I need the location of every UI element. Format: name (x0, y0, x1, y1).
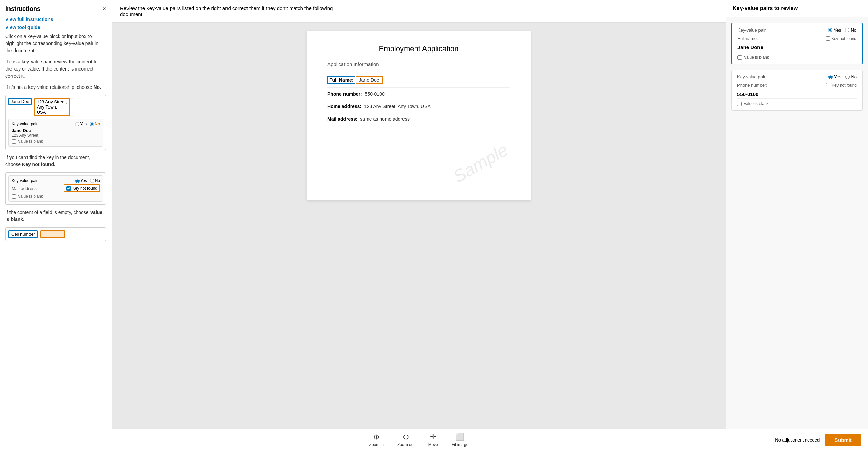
kv-card-1-no-label[interactable]: No (845, 27, 856, 33)
kv-card-2-yes-text: Yes (834, 74, 841, 79)
kv-card-2-yes-radio[interactable] (828, 75, 833, 79)
kv-card-2-not-found-check[interactable] (826, 83, 830, 87)
kv-card-1-blank-label: Value is blank (744, 55, 769, 60)
kv-card-1-not-found-label: Key not found (831, 36, 856, 41)
fit-image-button[interactable]: ⬜ Fit image (452, 433, 468, 447)
kv-card-2-value: 550-0100 (737, 90, 857, 99)
kv-card-1-no-radio[interactable] (845, 28, 849, 32)
ex2-no-label[interactable]: No (90, 178, 100, 183)
kv-card-1: Key-value pair Yes No Full name: Key not… (731, 23, 863, 64)
ex1-kv-mini: Key-value pair Yes No Jane Doe 123 Any S… (8, 119, 103, 147)
doc-label-mailaddress: Mail address: (327, 116, 357, 122)
kv-card-2-not-found-label: Key not found (832, 83, 857, 88)
submit-button[interactable]: Submit (825, 434, 861, 446)
doc-field-homeaddress: Home address: 123 Any Street, Any Town, … (327, 100, 510, 113)
doc-value-fullname: Jane Doe (356, 76, 383, 84)
doc-label-homeaddress: Home address: (327, 104, 361, 109)
no-adjustment-label: No adjustment needed (775, 437, 820, 443)
zoom-out-button[interactable]: ⊖ Zoom out (397, 433, 415, 447)
key-not-found-label: Key not found (72, 186, 97, 191)
instruction-para4: If you can't find the key in the documen… (5, 154, 106, 168)
ex1-no-radio[interactable] (90, 122, 94, 126)
sidebar-title: Instructions (5, 5, 106, 13)
kv-card-2-no-radio[interactable] (845, 75, 850, 79)
doc-toolbar: ⊕ Zoom in ⊖ Zoom out ✛ Move ⬜ Fit image (112, 429, 726, 451)
doc-field-fullname: Full Name: Jane Doe (327, 73, 510, 88)
view-full-instructions-link[interactable]: View full instructions (5, 17, 106, 22)
kv-card-1-blank-check-row: Value is blank (737, 55, 856, 60)
ex1-name: Jane Doe (8, 98, 32, 105)
kv-card-2-yes-label[interactable]: Yes (828, 74, 841, 79)
kv-card-1-not-found-check[interactable] (826, 36, 830, 41)
watermark: Sample (449, 139, 511, 187)
doc-section: Application Information (327, 61, 510, 67)
doc-value-phone: 550-0100 (363, 91, 385, 97)
ex1-radio-group: Yes No (75, 122, 100, 126)
doc-field-phone: Phone number: 550-0100 (327, 88, 510, 100)
kv-card-1-key-row: Full name: Key not found (737, 36, 856, 41)
kv-card-1-not-found: Key not found (826, 36, 856, 41)
ex1-blank-check[interactable] (12, 139, 16, 144)
main-header: Review the key-value pairs listed on the… (112, 0, 726, 23)
key-not-found-check[interactable] (66, 186, 71, 191)
zoom-out-label: Zoom out (397, 442, 415, 447)
doc-title: Employment Application (327, 44, 510, 53)
kv-card-1-yes-radio[interactable] (828, 28, 832, 32)
ex2-kv-label: Key-value pair (12, 178, 38, 183)
instruction-para1: Click on a key-value block or input box … (5, 33, 106, 54)
close-button[interactable]: × (102, 5, 106, 13)
kv-card-2-header: Key-value pair Yes No (737, 74, 857, 79)
ex1-kv-label: Key-value pair (12, 122, 38, 126)
ex1-yes-radio[interactable] (75, 122, 79, 126)
view-tool-guide-link[interactable]: View tool guide (5, 25, 106, 30)
kv-card-1-value-input[interactable] (737, 43, 856, 52)
example-box-1: Jane Doe 123 Any Street,Any Town,USA Key… (5, 95, 106, 150)
example-box-2: Key-value pair Yes No Mail address Key n… (5, 172, 106, 205)
kv-card-1-no-text: No (851, 27, 856, 33)
ex1-address: 123 Any Street,Any Town,USA (34, 98, 70, 116)
kv-card-1-blank-check[interactable] (737, 55, 742, 60)
ex1-yes-label[interactable]: Yes (75, 122, 87, 126)
doc-label-fullname: Full Name: (327, 76, 355, 84)
kv-card-2-radio-group: Yes No (828, 74, 857, 79)
zoom-out-icon: ⊖ (403, 433, 409, 441)
kv-card-1-title: Key-value pair (737, 27, 766, 33)
ex1-no-label[interactable]: No (90, 122, 100, 126)
kv-card-1-radio-group: Yes No (828, 27, 856, 33)
kv-card-2-no-text: No (851, 74, 857, 79)
kv-card-1-yes-text: Yes (834, 27, 841, 33)
ex1-key-value: Jane Doe (12, 128, 100, 133)
kv-card-2-no-label[interactable]: No (845, 74, 857, 79)
ex2-no-radio[interactable] (90, 179, 94, 183)
kv-card-2-blank-label: Value is blank (744, 101, 769, 106)
zoom-in-icon: ⊕ (373, 433, 379, 441)
right-panel-footer: No adjustment needed Submit (726, 429, 868, 451)
kv-card-1-key-label: Full name: (737, 36, 758, 41)
ex2-blank-check[interactable] (12, 194, 16, 199)
move-button[interactable]: ✛ Move (428, 433, 438, 447)
kv-card-1-header: Key-value pair Yes No (737, 27, 856, 33)
example-box-3: Cell number (5, 227, 106, 241)
ex2-yes-radio[interactable] (75, 179, 80, 183)
doc-value-homeaddress: 123 Any Street, Any Town, USA (363, 104, 431, 109)
kv-card-2-blank-check[interactable] (737, 102, 742, 106)
zoom-in-label: Zoom in (369, 442, 384, 447)
fit-image-icon: ⬜ (455, 433, 465, 441)
zoom-in-button[interactable]: ⊕ Zoom in (369, 433, 384, 447)
ex1-value: 123 Any Street, (12, 133, 100, 138)
ex1-blank-row: Value is blank (12, 139, 100, 144)
no-adjustment-row: No adjustment needed (769, 437, 820, 443)
ex3-cell-label: Cell number (8, 230, 38, 238)
move-icon: ✛ (430, 433, 436, 441)
ex2-radio-group: Yes No (75, 178, 100, 183)
instruction-para3: If it's not a key-value relationship, ch… (5, 84, 106, 91)
move-label: Move (428, 442, 438, 447)
sidebar: Instructions × View full instructions Vi… (0, 0, 112, 451)
doc-viewer: Employment Application Application Infor… (112, 23, 726, 429)
ex2-yes-label[interactable]: Yes (75, 178, 87, 183)
doc-label-phone: Phone number: (327, 91, 362, 97)
kv-card-1-yes-label[interactable]: Yes (828, 27, 841, 33)
kv-card-2-key-row: Phone number: Key not found (737, 83, 857, 88)
key-value-highlight: key-value (64, 41, 84, 46)
no-adjustment-check[interactable] (769, 438, 773, 442)
